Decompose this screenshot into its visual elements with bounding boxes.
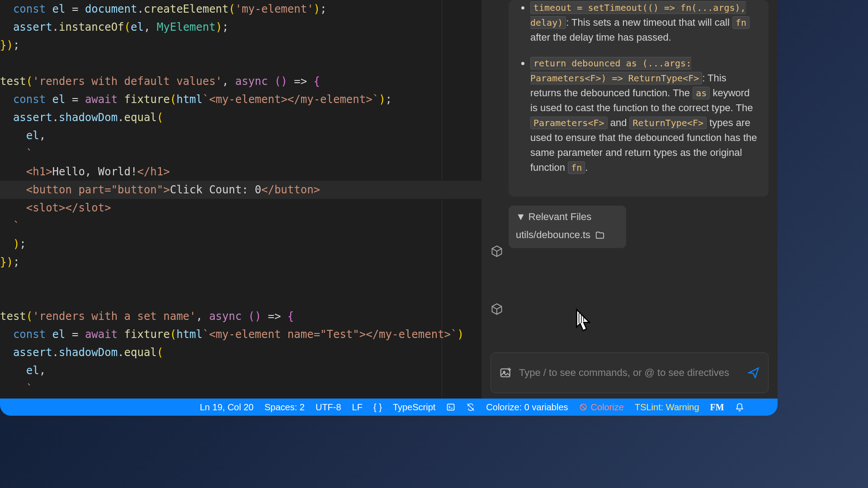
image-add-icon[interactable] <box>499 366 513 380</box>
relevant-files-panel[interactable]: ▼ Relevant Files utils/debounce.ts <box>509 206 626 248</box>
chevron-down-icon: ▼ <box>516 211 526 223</box>
code-line[interactable]: assert.shadowDom.equal( <box>0 108 481 127</box>
code-line[interactable] <box>0 54 481 72</box>
code-line[interactable]: <slot></slot> <box>0 199 481 217</box>
assistant-message: timeout = setTimeout(() => fn(...args), … <box>509 0 769 197</box>
chat-input-area[interactable]: Type / to see commands, or @ to see dire… <box>491 352 769 393</box>
cursor-position[interactable]: Ln 19, Col 20 <box>200 402 254 413</box>
chat-scroll[interactable]: timeout = setTimeout(() => fn(...args), … <box>481 0 778 325</box>
svg-rect-4 <box>448 404 454 410</box>
encoding[interactable]: UTF-8 <box>316 402 341 413</box>
send-button[interactable] <box>747 366 760 379</box>
colorize-count[interactable]: Colorize: 0 variables <box>486 402 568 413</box>
code-snippet: as <box>693 87 710 99</box>
no-sync-icon[interactable] <box>466 403 475 412</box>
code-line[interactable]: const el = await fixture(html`<my-elemen… <box>0 90 481 108</box>
chat-input-placeholder[interactable]: Type / to see commands, or @ to see dire… <box>519 366 741 380</box>
relevant-files-label: Relevant Files <box>528 211 591 223</box>
colorize-toggle[interactable]: Colorize <box>579 402 624 413</box>
explanation-bullet: return debounced as (...args: Parameters… <box>530 56 758 175</box>
code-line[interactable]: }); <box>0 253 481 271</box>
relevant-file-item[interactable]: utils/debounce.ts <box>516 227 619 243</box>
folder-open-icon <box>595 230 605 240</box>
code-line[interactable]: }); <box>0 36 481 54</box>
code-line[interactable]: <h1>Hello, World!</h1> <box>0 163 481 181</box>
braces-icon[interactable]: { } <box>373 402 382 413</box>
code-line[interactable]: el, <box>0 361 481 380</box>
tslint-status[interactable]: TSLint: Warning <box>635 402 699 413</box>
code-line[interactable]: const el = await fixture(html`<my-elemen… <box>0 325 481 343</box>
code-area[interactable]: const el = document.createElement('my-el… <box>0 0 481 399</box>
editor-pane[interactable]: const el = document.createElement('my-el… <box>0 0 481 416</box>
relevant-files-toggle[interactable]: ▼ Relevant Files <box>516 211 619 223</box>
code-line[interactable]: const el = document.createElement('my-el… <box>0 0 481 18</box>
code-line[interactable]: <button part="button">Click Count: 0</bu… <box>0 181 481 199</box>
fm-icon[interactable]: FM <box>710 402 724 413</box>
code-line[interactable]: assert.shadowDom.equal( <box>0 343 481 361</box>
indent-setting[interactable]: Spaces: 2 <box>264 402 305 413</box>
code-line[interactable]: test('renders with a set name', async ()… <box>0 307 481 325</box>
code-snippet: Parameters<F> <box>530 117 608 129</box>
code-line[interactable]: ); <box>0 235 481 253</box>
explanation-bullet: timeout = setTimeout(() => fn(...args), … <box>530 0 758 45</box>
code-snippet: ReturnType<F> <box>629 117 707 129</box>
file-path: utils/debounce.ts <box>516 229 590 241</box>
code-line[interactable] <box>0 289 481 307</box>
cube-icon <box>490 302 504 316</box>
code-line[interactable]: ` <box>0 217 481 235</box>
code-line[interactable]: ` <box>0 380 481 398</box>
ide-window: const el = document.createElement('my-el… <box>0 0 778 416</box>
code-line[interactable]: el, <box>0 127 481 145</box>
code-line[interactable]: assert.instanceOf(el, MyElement); <box>0 18 481 36</box>
code-snippet: fn <box>732 16 750 29</box>
terminal-icon[interactable] <box>446 403 455 412</box>
cube-icon <box>490 244 504 258</box>
code-snippet: fn <box>568 161 585 174</box>
status-bar: Ln 19, Col 20 Spaces: 2 UTF-8 LF { } Typ… <box>0 399 778 416</box>
bell-icon[interactable] <box>735 403 744 412</box>
language-mode[interactable]: TypeScript <box>393 402 435 413</box>
code-line[interactable]: test('renders with default values', asyn… <box>0 72 481 90</box>
code-line[interactable] <box>0 271 481 289</box>
code-line[interactable]: ` <box>0 145 481 163</box>
eol[interactable]: LF <box>352 402 363 413</box>
code-snippet: return debounced as (...args: Parameters… <box>530 57 702 84</box>
chat-pane: timeout = setTimeout(() => fn(...args), … <box>481 0 778 416</box>
